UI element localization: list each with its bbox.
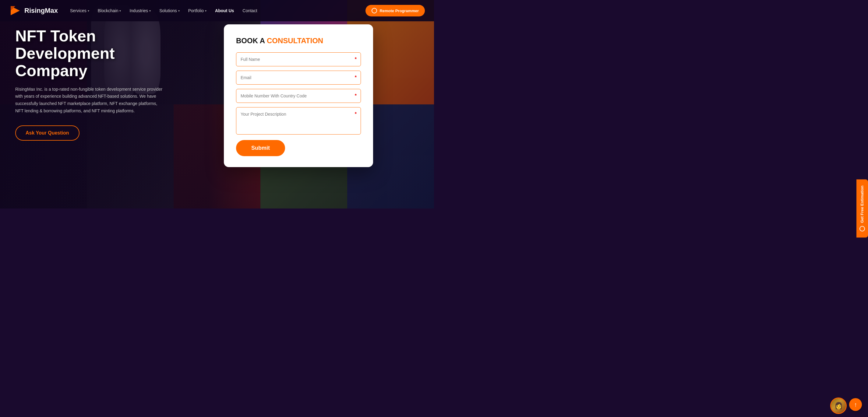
email-input[interactable] xyxy=(236,71,361,85)
chevron-down-icon: ▾ xyxy=(149,9,151,12)
logo-text: RisingMax xyxy=(24,7,58,14)
remote-btn-label: Remote Programmer xyxy=(379,8,419,13)
form-title-prefix: BOOK A xyxy=(236,36,267,45)
nav-item-contact[interactable]: Contact xyxy=(242,8,257,13)
hero-title: NFT Token Development Company xyxy=(15,27,186,80)
logo[interactable]: RisingMax xyxy=(9,5,58,17)
submit-button[interactable]: Submit xyxy=(236,140,285,156)
form-title-highlight: CONSULTATION xyxy=(267,36,323,45)
nav-portfolio-label: Portfolio xyxy=(188,8,204,13)
nav-item-blockchain[interactable]: Blockchain ▾ xyxy=(98,8,121,13)
chevron-down-icon: ▾ xyxy=(119,9,121,12)
nav-item-portfolio[interactable]: Portfolio ▾ xyxy=(188,8,207,13)
nav-links: Services ▾ Blockchain ▾ Industries ▾ Sol… xyxy=(70,8,366,13)
email-field-wrapper: * xyxy=(236,71,361,85)
chevron-down-icon: ▾ xyxy=(205,9,207,12)
nav-industries-label: Industries xyxy=(129,8,148,13)
mobile-input[interactable] xyxy=(236,89,361,103)
nav-item-about[interactable]: About Us xyxy=(215,8,234,13)
full-name-field-wrapper: * xyxy=(236,52,361,66)
nav-blockchain-label: Blockchain xyxy=(98,8,119,13)
required-star-name: * xyxy=(355,57,356,62)
nav-item-industries[interactable]: Industries ▾ xyxy=(129,8,151,13)
project-description-textarea[interactable] xyxy=(236,107,361,134)
chevron-down-icon: ▾ xyxy=(178,9,180,12)
nav-item-services[interactable]: Services ▾ xyxy=(70,8,89,13)
logo-icon xyxy=(9,5,21,17)
nav-services-label: Services xyxy=(70,8,87,13)
consultation-form-card: BOOK A CONSULTATION * * * * Submit xyxy=(224,24,373,167)
remote-btn-icon xyxy=(372,8,377,13)
nav-about-label: About Us xyxy=(215,8,234,13)
required-star-email: * xyxy=(355,75,356,81)
chevron-down-icon: ▾ xyxy=(88,9,89,12)
hero-description: RisingMax Inc. is a top-rated non-fungib… xyxy=(15,86,164,115)
remote-programmer-button[interactable]: Remote Programmer xyxy=(366,5,425,17)
nav-contact-label: Contact xyxy=(242,8,257,13)
hero-content: NFT Token Development Company RisingMax … xyxy=(15,27,186,140)
form-title: BOOK A CONSULTATION xyxy=(236,36,361,45)
navbar: RisingMax Services ▾ Blockchain ▾ Indust… xyxy=(0,0,434,21)
required-star-mobile: * xyxy=(355,93,356,99)
nav-item-solutions[interactable]: Solutions ▾ xyxy=(159,8,180,13)
ask-question-button[interactable]: Ask Your Question xyxy=(15,125,80,140)
required-star-description: * xyxy=(355,111,356,117)
description-field-wrapper: * xyxy=(236,107,361,136)
nav-solutions-label: Solutions xyxy=(159,8,177,13)
mobile-field-wrapper: * xyxy=(236,89,361,103)
full-name-input[interactable] xyxy=(236,52,361,66)
